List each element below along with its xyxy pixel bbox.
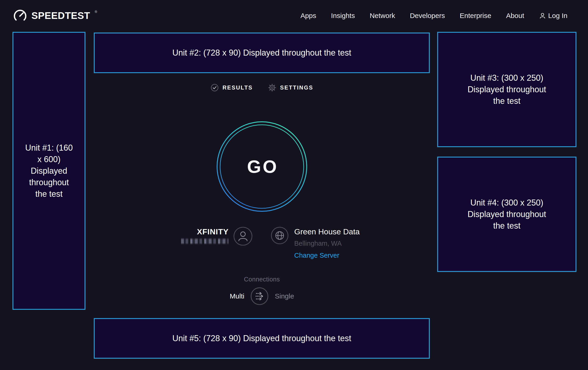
- change-server-link[interactable]: Change Server: [294, 252, 360, 259]
- user-icon: [539, 12, 546, 19]
- ad-unit-2[interactable]: Unit #2: (728 x 90) Displayed throughout…: [94, 32, 430, 73]
- isp-block: XFINITY: [181, 227, 253, 246]
- connections-toggle-icon[interactable]: [250, 287, 269, 305]
- check-circle-icon: [210, 83, 219, 92]
- view-tabs: RESULTS SETTINGS: [210, 83, 313, 92]
- ad-unit-1-label: Unit #1: (160 x 600) Displayed throughou…: [24, 142, 74, 200]
- ad-unit-5-label: Unit #5: (728 x 90) Displayed throughout…: [172, 333, 351, 344]
- nav-item-about[interactable]: About: [506, 12, 524, 20]
- connections-option-single[interactable]: Single: [275, 292, 294, 300]
- go-gradient-rings: [216, 120, 308, 213]
- login-label: Log In: [548, 12, 567, 20]
- tab-results[interactable]: RESULTS: [210, 83, 253, 92]
- nav-item-apps[interactable]: Apps: [300, 12, 316, 20]
- user-circle-icon: [233, 227, 253, 246]
- tab-settings-label: SETTINGS: [280, 84, 313, 91]
- server-block: Green House Data Bellingham, WA Change S…: [271, 227, 360, 259]
- main-nav: Apps Insights Network Developers Enterpr…: [300, 12, 567, 20]
- ad-unit-2-label: Unit #2: (728 x 90) Displayed throughout…: [172, 47, 351, 59]
- server-location: Bellingham, WA: [294, 240, 360, 247]
- nav-item-insights[interactable]: Insights: [331, 12, 355, 20]
- connections-label: Connections: [244, 276, 280, 283]
- gear-icon: [268, 83, 276, 92]
- ad-unit-3[interactable]: Unit #3: (300 x 250) Displayed throughou…: [437, 32, 577, 147]
- ad-unit-4-label: Unit #4: (300 x 250) Displayed throughou…: [462, 197, 552, 232]
- connections-option-multi[interactable]: Multi: [230, 292, 244, 300]
- ad-unit-4[interactable]: Unit #4: (300 x 250) Displayed throughou…: [437, 157, 577, 272]
- isp-name[interactable]: XFINITY: [197, 227, 229, 236]
- top-nav-bar: SPEEDTEST ® Apps Insights Network Develo…: [0, 0, 588, 31]
- nav-item-developers[interactable]: Developers: [410, 12, 445, 20]
- globe-circle-icon: [271, 227, 289, 245]
- nav-item-enterprise[interactable]: Enterprise: [460, 12, 491, 20]
- speedtest-logo[interactable]: SPEEDTEST ®: [13, 9, 97, 23]
- redacted-ip-address: [181, 238, 229, 244]
- server-name: Green House Data: [294, 227, 360, 237]
- ad-unit-1[interactable]: Unit #1: (160 x 600) Displayed throughou…: [12, 32, 85, 310]
- logo-trademark: ®: [95, 10, 97, 14]
- connections-toggle-row: Multi Single: [230, 287, 294, 305]
- logo-text: SPEEDTEST: [32, 10, 90, 21]
- tab-settings[interactable]: SETTINGS: [268, 83, 313, 92]
- speedtest-page: SPEEDTEST ® Apps Insights Network Develo…: [0, 0, 588, 370]
- speedometer-logo-icon: [13, 9, 27, 23]
- go-button[interactable]: GO: [216, 120, 308, 213]
- ad-unit-5[interactable]: Unit #5: (728 x 90) Displayed throughout…: [94, 318, 430, 359]
- tab-results-label: RESULTS: [222, 84, 253, 91]
- ad-unit-3-label: Unit #3: (300 x 250) Displayed throughou…: [462, 72, 552, 107]
- login-link[interactable]: Log In: [539, 12, 567, 20]
- nav-item-network[interactable]: Network: [370, 12, 395, 20]
